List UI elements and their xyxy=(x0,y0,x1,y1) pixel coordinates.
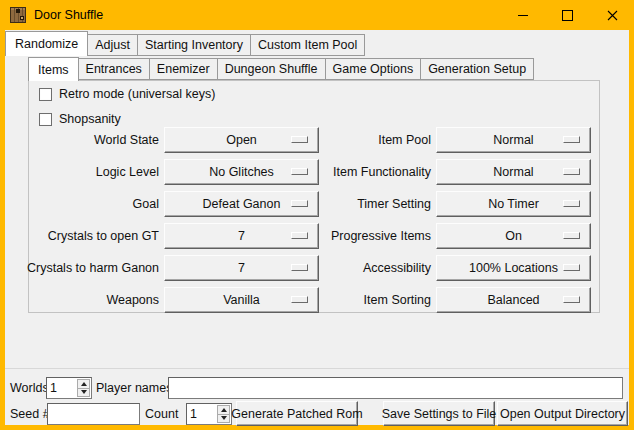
item-pool-dropdown[interactable]: Normal xyxy=(436,127,591,153)
spin-down-arrow-icon xyxy=(221,416,227,420)
goal-label: Goal xyxy=(19,191,159,217)
spin-down-arrow-icon xyxy=(81,390,87,394)
items-tab-panel: Retro mode (universal keys) Shopsanity W… xyxy=(28,80,600,313)
timer-setting-label: Timer Setting xyxy=(291,191,431,217)
worlds-input[interactable] xyxy=(49,379,77,397)
tab-game-options[interactable]: Game Options xyxy=(326,58,422,80)
world-state-label: World State xyxy=(19,127,159,153)
timer-setting-value: No Timer xyxy=(488,197,539,211)
accessibility-value: 100% Locations xyxy=(469,261,558,275)
menu-indicator-icon xyxy=(563,168,580,175)
retro-mode-label: Retro mode (universal keys) xyxy=(59,87,215,101)
client-area: Randomize Adjust Starting Inventory Cust… xyxy=(5,30,629,425)
tab-adjust[interactable]: Adjust xyxy=(88,34,138,56)
tab-starting-inventory[interactable]: Starting Inventory xyxy=(138,34,251,56)
timer-setting-dropdown[interactable]: No Timer xyxy=(436,191,591,217)
crystals-open-gt-value: 7 xyxy=(238,229,245,243)
progressive-items-value: On xyxy=(505,229,522,243)
item-pool-label: Item Pool xyxy=(291,127,431,153)
worlds-label: Worlds xyxy=(10,377,49,399)
menu-indicator-icon xyxy=(563,200,580,207)
titlebar: Door Shuffle xyxy=(0,0,634,30)
world-state-value: Open xyxy=(226,133,257,147)
sub-tab-bar: Items Entrances Enemizer Dungeon Shuffle… xyxy=(28,57,534,81)
tab-entrances[interactable]: Entrances xyxy=(79,58,150,80)
player-names-label: Player names xyxy=(96,377,172,399)
count-spin-down-button[interactable] xyxy=(217,415,230,424)
spin-up-arrow-icon xyxy=(221,408,227,412)
maximize-button[interactable] xyxy=(545,0,590,30)
goal-value: Defeat Ganon xyxy=(203,197,281,211)
tab-enemizer[interactable]: Enemizer xyxy=(150,58,218,80)
door-icon xyxy=(10,7,26,23)
main-tab-bar: Randomize Adjust Starting Inventory Cust… xyxy=(5,31,365,56)
close-button[interactable] xyxy=(590,0,634,30)
close-icon xyxy=(607,10,618,21)
window-title: Door Shuffle xyxy=(34,0,103,30)
crystals-open-gt-label: Crystals to open GT xyxy=(19,223,159,249)
count-spinbox xyxy=(186,403,232,425)
menu-indicator-icon xyxy=(563,136,580,143)
count-spinner xyxy=(217,405,230,423)
accessibility-dropdown[interactable]: 100% Locations xyxy=(436,255,591,281)
player-names-field xyxy=(168,377,623,399)
tab-dungeon-shuffle[interactable]: Dungeon Shuffle xyxy=(218,58,326,80)
maximize-icon xyxy=(562,10,573,21)
spin-up-arrow-icon xyxy=(81,382,87,386)
bottom-bar: Worlds Player names Seed # Count Generat… xyxy=(5,368,629,425)
worlds-spinbox xyxy=(46,377,92,399)
menu-indicator-icon xyxy=(563,232,580,239)
item-sorting-dropdown[interactable]: Balanced xyxy=(436,287,591,313)
item-sorting-label: Item Sorting xyxy=(291,287,431,313)
retro-mode-checkbox[interactable] xyxy=(39,88,52,101)
shopsanity-row: Shopsanity xyxy=(39,112,121,126)
crystals-harm-ganon-label: Crystals to harm Ganon xyxy=(19,255,159,281)
shopsanity-label: Shopsanity xyxy=(59,112,121,126)
count-input[interactable] xyxy=(189,405,217,423)
door-shuffle-window: { "window": { "title": "Door Shuffle" },… xyxy=(0,0,634,430)
logic-level-value: No Glitches xyxy=(209,165,274,179)
menu-indicator-icon xyxy=(563,296,580,303)
seed-input[interactable] xyxy=(50,405,139,423)
shopsanity-checkbox[interactable] xyxy=(39,113,52,126)
player-names-input[interactable] xyxy=(171,379,622,397)
count-spin-up-button[interactable] xyxy=(217,405,230,415)
worlds-spin-up-button[interactable] xyxy=(77,379,90,389)
tab-items[interactable]: Items xyxy=(28,57,79,81)
minimize-icon xyxy=(518,15,528,16)
item-sorting-value: Balanced xyxy=(487,293,539,307)
accessibility-label: Accessibility xyxy=(291,255,431,281)
worlds-spin-down-button[interactable] xyxy=(77,389,90,398)
item-functionality-label: Item Functionality xyxy=(291,159,431,185)
progressive-items-dropdown[interactable]: On xyxy=(436,223,591,249)
tab-randomize[interactable]: Randomize xyxy=(5,31,88,56)
logic-level-label: Logic Level xyxy=(19,159,159,185)
minimize-button[interactable] xyxy=(500,0,545,30)
weapons-value: Vanilla xyxy=(223,293,260,307)
generate-patched-rom-button[interactable]: Generate Patched Rom xyxy=(236,401,358,426)
menu-indicator-icon xyxy=(563,264,580,271)
crystals-harm-ganon-value: 7 xyxy=(238,261,245,275)
worlds-spinner xyxy=(77,379,90,397)
progressive-items-label: Progressive Items xyxy=(291,223,431,249)
item-pool-value: Normal xyxy=(493,133,533,147)
seed-field xyxy=(47,403,140,425)
open-output-directory-button[interactable]: Open Output Directory xyxy=(497,401,628,426)
save-settings-button[interactable]: Save Settings to File xyxy=(383,401,495,426)
item-functionality-value: Normal xyxy=(493,165,533,179)
tab-generation-setup[interactable]: Generation Setup xyxy=(421,58,534,80)
item-functionality-dropdown[interactable]: Normal xyxy=(436,159,591,185)
count-label: Count xyxy=(145,403,178,425)
retro-mode-row: Retro mode (universal keys) xyxy=(39,87,215,101)
weapons-label: Weapons xyxy=(19,287,159,313)
seed-label: Seed # xyxy=(10,403,50,425)
tab-custom-item-pool[interactable]: Custom Item Pool xyxy=(251,34,365,56)
